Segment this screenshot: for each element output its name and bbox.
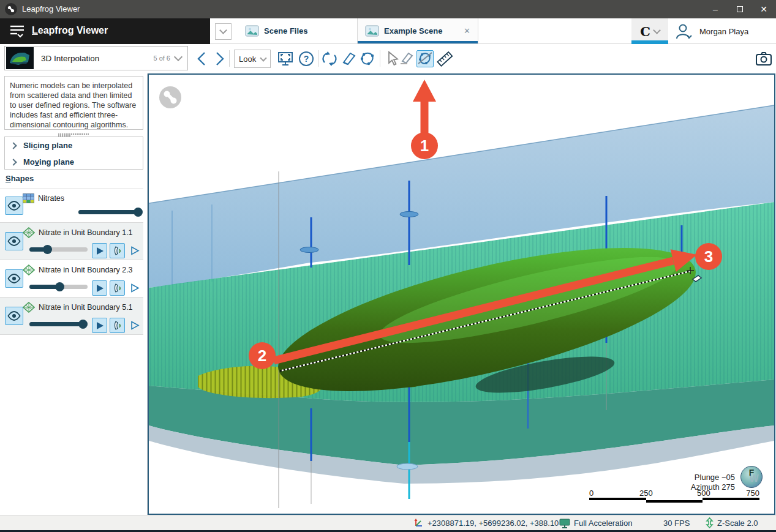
active-tab-indicator <box>358 41 478 43</box>
minimize-button[interactable]: – <box>703 0 728 18</box>
eye-icon <box>7 274 21 283</box>
chevron-right-icon <box>10 142 17 149</box>
app-logo-icon <box>5 3 17 15</box>
shape-nodes-icon <box>360 51 375 67</box>
scene-selector-label: 3D Interpolation <box>41 54 99 63</box>
fps-readout: 30 FPS <box>663 515 690 530</box>
eye-icon <box>7 201 21 211</box>
slider-thumb[interactable] <box>55 282 64 291</box>
scale-tick: 500 <box>697 489 710 498</box>
ruler-icon <box>436 50 453 67</box>
svg-text:1: 1 <box>420 137 429 155</box>
render-shell-button[interactable] <box>110 318 125 333</box>
shape-edit-button[interactable] <box>359 50 376 67</box>
tab-collapse-button[interactable] <box>215 23 232 40</box>
user-name: Morgan Playa <box>699 27 748 36</box>
tab-close-icon[interactable]: ✕ <box>464 26 470 36</box>
compass-ball[interactable]: W F <box>740 465 763 489</box>
brand-menu-button[interactable]: C <box>631 18 668 44</box>
play-filled-icon <box>96 284 104 293</box>
look-dropdown[interactable]: Look <box>234 50 271 68</box>
monitor-expand-icon <box>277 51 293 67</box>
plunge-value: Plunge −05 <box>691 473 735 482</box>
prev-scene-button[interactable] <box>193 50 210 67</box>
visibility-toggle[interactable] <box>5 197 23 215</box>
toolbar: 3D Interpolation 5 of 6 Look ? <box>0 44 776 73</box>
user-icon <box>675 23 693 40</box>
eye-icon <box>7 236 21 246</box>
scale-bar: 0 250 500 750 <box>589 489 759 504</box>
mesh-surface-icon <box>23 227 35 238</box>
render-shell-button[interactable] <box>110 280 125 296</box>
user-account-button[interactable]: Morgan Playa <box>675 18 776 44</box>
slicer-inactive-button[interactable] <box>398 50 415 67</box>
mesh-surface-icon <box>23 264 35 275</box>
tab-example-scene[interactable]: Example Scene ✕ <box>357 18 478 43</box>
visibility-toggle[interactable] <box>5 269 23 288</box>
opacity-slider[interactable] <box>78 210 138 214</box>
opacity-slider[interactable] <box>29 322 88 326</box>
shell-icon <box>113 246 122 256</box>
moving-plane-section[interactable]: Moving plane <box>5 154 143 170</box>
window-title: Leapfrog Viewer <box>22 4 80 13</box>
shape-row-boundary-5-1: Nitrate in Unit Boundary 5.1 <box>0 298 143 335</box>
slider-thumb[interactable] <box>78 320 88 329</box>
fullscreen-view-button[interactable] <box>277 50 294 67</box>
slicer-blade-icon <box>399 51 415 67</box>
status-bar: +2308871.19, +5699236.02, +388.10 Full A… <box>0 515 776 530</box>
draw-slicer-line-button[interactable] <box>416 50 434 67</box>
play-filled-icon <box>96 321 104 330</box>
scene-selector[interactable]: 3D Interpolation 5 of 6 <box>4 46 188 70</box>
render-outline-button[interactable] <box>127 318 143 333</box>
close-button[interactable]: ✕ <box>752 0 776 18</box>
z-scale-control[interactable]: Z-Scale 2.0 <box>706 515 758 530</box>
render-filled-button[interactable] <box>92 318 107 333</box>
shape-label: Nitrate in Unit Boundary 1.1 <box>39 228 133 237</box>
z-scale-icon <box>706 517 714 528</box>
slider-thumb[interactable] <box>43 245 52 254</box>
title-bar: Leapfrog Viewer – ✕ <box>0 0 776 18</box>
next-scene-button[interactable] <box>211 50 228 67</box>
scene-file-icon <box>245 25 259 37</box>
help-button[interactable]: ? <box>298 50 315 67</box>
slicing-plane-section[interactable]: Slicing plane <box>5 137 143 154</box>
rotate-tool-button[interactable] <box>321 50 338 67</box>
render-filled-button[interactable] <box>92 243 107 258</box>
visibility-toggle[interactable] <box>5 307 23 325</box>
rotate-icon <box>321 51 338 67</box>
render-filled-button[interactable] <box>92 280 107 296</box>
annotation-arrow-1 <box>413 80 436 135</box>
chevron-down-icon <box>653 26 661 34</box>
slicer-tool-button[interactable] <box>341 50 358 67</box>
shape-label: Nitrate in Unit Boundary 5.1 <box>39 303 133 312</box>
opacity-slider[interactable] <box>29 247 88 252</box>
render-outline-button[interactable] <box>127 243 143 258</box>
cursor-icon <box>385 51 399 67</box>
ruler-tool-button[interactable] <box>436 50 453 67</box>
screenshot-button[interactable] <box>755 50 772 67</box>
shape-label: Nitrate in Unit Boundary 2.3 <box>39 266 133 274</box>
svg-text:2: 2 <box>258 347 266 365</box>
play-outline-icon <box>130 321 140 330</box>
main-menu-icon[interactable] <box>9 23 26 42</box>
render-outline-button[interactable] <box>127 280 143 296</box>
table-data-icon <box>23 193 34 203</box>
scene-file-icon <box>365 25 379 37</box>
sidebar: Numeric models can be interpolated from … <box>0 73 148 515</box>
plane-sections: Slicing plane Moving plane <box>4 137 143 170</box>
play-outline-icon <box>130 246 140 255</box>
eye-icon <box>7 311 21 321</box>
app-window: Leapfrog Viewer – ✕ Leapfrog Viewer Scen… <box>0 0 776 532</box>
slider-thumb[interactable] <box>134 208 143 217</box>
scale-tick: 0 <box>589 489 593 498</box>
visibility-toggle[interactable] <box>5 232 23 250</box>
monitor-icon <box>559 518 570 528</box>
maximize-button[interactable] <box>728 0 752 18</box>
tab-scene-files[interactable]: Scene Files <box>238 18 315 43</box>
svg-text:?: ? <box>304 54 309 64</box>
shapes-list: Nitrates Nitrate in Unit Boundary 1.1 <box>0 189 143 335</box>
3d-viewport[interactable]: 1 2 3 Plunge −05 Azimuth 275 W F <box>148 73 775 515</box>
slicer-line-icon <box>417 51 433 67</box>
render-shell-button[interactable] <box>110 243 125 258</box>
opacity-slider[interactable] <box>29 285 88 289</box>
